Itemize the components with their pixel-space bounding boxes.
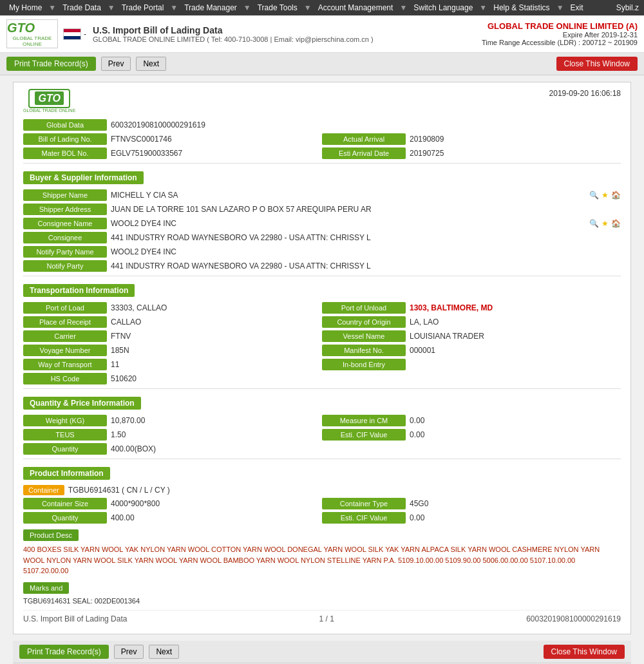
container-size-value: 4000*900*800 [111, 499, 322, 508]
user-info: Sybil.z [616, 3, 639, 12]
container-type-value: 45G0 [410, 499, 621, 508]
nav-myhome[interactable]: My Home [5, 2, 46, 14]
flag-area: - [63, 28, 86, 40]
nav-tradeportal[interactable]: Trade Portal [118, 2, 168, 14]
card-header: GTO GLOBAL TRADE ONLINE 2019-09-20 16:06… [23, 89, 621, 113]
search-icon-consignee[interactable]: 🔍 [589, 219, 599, 228]
company-name: GLOBAL TRADE ONLINE LIMITED (A) [482, 21, 638, 31]
country-origin-right: Country of Origin LA, LAO [322, 316, 621, 328]
marks-area: Marks and TGBU6914631 SEAL: 002DE001364 [23, 579, 621, 605]
carrier-value: FTNV [111, 332, 322, 341]
nav-exit[interactable]: Exit [567, 2, 587, 14]
page-header: GTO GLOBAL TRADE ONLINE - U.S. Import Bi… [0, 15, 644, 53]
logo: GTO GLOBAL TRADE ONLINE [6, 19, 58, 48]
teus-label: TEUS [23, 429, 107, 441]
bottom-toolbar: Print Trade Record(s) Prev Next Close Th… [13, 641, 631, 663]
cif-label: Esti. CIF Value [322, 429, 406, 441]
vessel-label: Vessel Name [322, 330, 406, 342]
voyage-label: Voyage Number [23, 345, 107, 356]
nav-trademanager[interactable]: Trade Manager [180, 2, 241, 14]
container-label: Container [23, 485, 64, 495]
hs-code-row: HS Code 510620 [23, 373, 621, 384]
nav-help[interactable]: Help & Statistics [489, 2, 553, 14]
shipper-address-label: Shipper Address [23, 204, 107, 215]
port-unload-label: Port of Unload [322, 302, 406, 314]
product-desc-text: 400 BOXES SILK YARN WOOL YAK NYLON YARN … [23, 544, 621, 576]
product-qty-label: Quantity [23, 512, 107, 524]
transportation-section: Transportation Information Port of Load … [23, 280, 621, 384]
next-button-bottom[interactable]: Next [149, 645, 179, 659]
notify-party-label: Notify Party [23, 260, 107, 272]
notify-party-row: Notify Party 441 INDUSTRY ROAD WAYNESBOR… [23, 260, 621, 272]
home-icon-consignee[interactable]: 🏠 [611, 219, 621, 228]
container-type-label: Container Type [322, 498, 406, 509]
esti-arrival-right: Esti Arrival Date 20190725 [322, 147, 621, 159]
search-icon-shipper[interactable]: 🔍 [589, 191, 599, 200]
home-icon-shipper[interactable]: 🏠 [611, 191, 621, 200]
port-unload-value: 1303, BALTIMORE, MD [410, 303, 621, 312]
hs-code-label: HS Code [23, 373, 107, 384]
inbond-right: In-bond Entry [322, 359, 621, 370]
place-receipt-left: Place of Receipt CALLAO [23, 316, 322, 328]
bol-row: Bill of Lading No. FTNVSC0001746 Actual … [23, 133, 621, 145]
esti-arrival-value: 20190725 [410, 149, 621, 158]
container-size-type-row: Container Size 4000*900*800 Container Ty… [23, 498, 621, 509]
prev-button-top[interactable]: Prev [101, 57, 131, 71]
hs-code-value: 510620 [111, 374, 621, 383]
transportation-header: Transportation Information [23, 284, 135, 297]
teus-cif-row: TEUS 1.50 Esti. CIF Value 0.00 [23, 429, 621, 441]
port-load-value: 33303, CALLAO [111, 303, 322, 312]
vessel-value: LOUISIANA TRADER [410, 332, 621, 341]
carrier-vessel-row: Carrier FTNV Vessel Name LOUISIANA TRADE… [23, 330, 621, 342]
consignee-value: 441 INDUSTRY ROAD WAYNESBORO VA 22980 - … [111, 233, 621, 242]
consignee-row: Consignee 441 INDUSTRY ROAD WAYNESBORO V… [23, 232, 621, 243]
marks-header: Marks and [23, 582, 69, 594]
nav-tradedata[interactable]: Trade Data [59, 2, 105, 14]
place-receipt-value: CALLAO [111, 318, 322, 327]
shipper-name-row: Shipper Name MICHELL Y CIA SA 🔍 ★ 🏠 [23, 189, 621, 201]
voyage-manifest-row: Voyage Number 185N Manifest No. 000001 [23, 345, 621, 356]
record-footer: U.S. Import Bill of Lading Data 1 / 1 60… [23, 610, 621, 627]
container-row: Container TGBU6914631 ( CN / L / CY ) [23, 485, 621, 495]
product-desc-area: Product Desc 400 BOXES SILK YARN WOOL YA… [23, 526, 621, 576]
port-row: Port of Load 33303, CALLAO Port of Unloa… [23, 302, 621, 314]
place-receipt-label: Place of Receipt [23, 316, 107, 328]
record-card: GTO GLOBAL TRADE ONLINE 2019-09-20 16:06… [13, 82, 631, 634]
nav-tradetools[interactable]: Trade Tools [254, 2, 301, 14]
nav-language[interactable]: Switch Language [410, 2, 477, 14]
weight-label: Weight (KG) [23, 415, 107, 426]
product-header: Product Information [23, 467, 110, 480]
next-button-top[interactable]: Next [136, 57, 166, 71]
consignee-name-value: WOOL2 DYE4 INC [111, 219, 584, 228]
quantity-price-header: Quantity & Price Information [23, 397, 141, 410]
container-size-label: Container Size [23, 498, 107, 509]
port-unload-right: Port of Unload 1303, BALTIMORE, MD [322, 302, 621, 314]
global-data-value: 6003201908100000291619 [111, 120, 621, 129]
close-button-top[interactable]: Close This Window [556, 57, 638, 71]
container-type-right: Container Type 45G0 [322, 498, 621, 509]
star-icon-shipper[interactable]: ★ [601, 191, 609, 200]
card-logo-sub: GLOBAL TRADE ONLINE [23, 108, 75, 113]
bol-label: Bill of Lading No. [23, 133, 107, 145]
weight-left: Weight (KG) 10,870.00 [23, 415, 322, 426]
product-qty-value: 400.00 [111, 513, 322, 522]
header-right: GLOBAL TRADE ONLINE LIMITED (A) Expire A… [482, 21, 638, 46]
main-content: GTO GLOBAL TRADE ONLINE 2019-09-20 16:06… [0, 75, 644, 664]
way-transport-value: 11 [111, 360, 322, 369]
consignee-name-label: Consignee Name [23, 218, 107, 229]
print-button-bottom[interactable]: Print Trade Record(s) [19, 645, 109, 659]
record-date: 2019-09-20 16:06:18 [549, 89, 621, 98]
notify-party-name-value: WOOL2 DYE4 INC [111, 247, 621, 256]
measure-label: Measure in CM [322, 415, 406, 426]
consignee-label: Consignee [23, 232, 107, 243]
manifest-label: Manifest No. [322, 345, 406, 356]
way-transport-label: Way of Transport [23, 359, 107, 370]
prev-button-bottom[interactable]: Prev [114, 645, 144, 659]
nav-account[interactable]: Account Management [314, 2, 397, 14]
actual-arrival-value: 20190809 [410, 135, 621, 144]
star-icon-consignee[interactable]: ★ [601, 219, 609, 228]
product-cif-value: 0.00 [410, 513, 621, 522]
country-origin-label: Country of Origin [322, 316, 406, 328]
close-button-bottom[interactable]: Close This Window [544, 645, 625, 659]
print-button-top[interactable]: Print Trade Record(s) [6, 57, 96, 71]
